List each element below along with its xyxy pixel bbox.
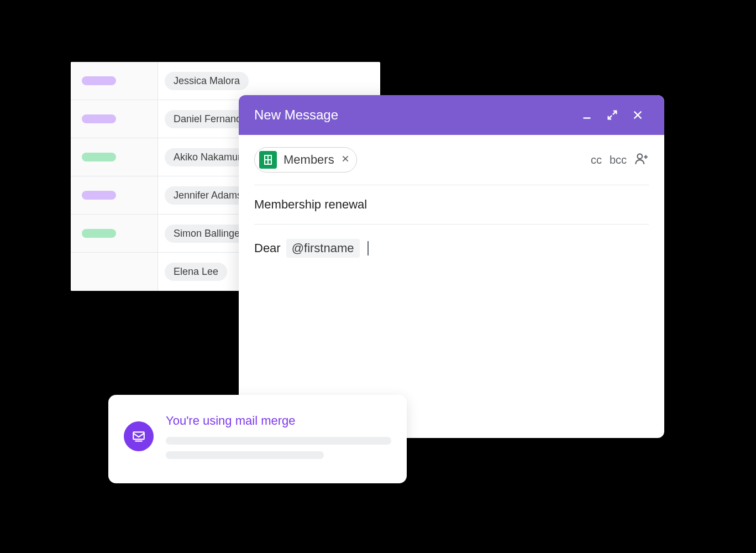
recipient-chip-label: Members bbox=[284, 153, 334, 167]
svg-rect-10 bbox=[133, 432, 144, 439]
sheets-icon bbox=[259, 151, 277, 169]
merge-tag[interactable]: @firstname bbox=[286, 239, 360, 258]
add-recipients-button[interactable] bbox=[634, 152, 649, 169]
recipients-row[interactable]: Members cc bcc bbox=[239, 135, 664, 173]
minimize-button[interactable] bbox=[576, 104, 598, 126]
contact-chip[interactable]: Elena Lee bbox=[165, 263, 227, 281]
table-row[interactable]: Jessica Malora bbox=[71, 62, 380, 100]
status-cell bbox=[71, 253, 158, 291]
compose-window: New Message Members cc bcc bbox=[239, 95, 664, 438]
remove-chip-button[interactable] bbox=[341, 154, 350, 165]
cc-button[interactable]: cc bbox=[591, 154, 602, 166]
status-pill bbox=[82, 229, 116, 238]
expand-button[interactable] bbox=[601, 104, 623, 126]
status-pill bbox=[82, 114, 116, 123]
close-icon bbox=[632, 109, 644, 121]
status-pill bbox=[82, 191, 116, 200]
recipient-chip[interactable]: Members bbox=[254, 147, 357, 173]
status-pill bbox=[82, 76, 116, 85]
text-cursor bbox=[368, 241, 369, 255]
subject-input[interactable]: Membership renewal bbox=[239, 185, 664, 212]
svg-point-7 bbox=[637, 154, 642, 159]
status-cell bbox=[71, 138, 158, 176]
body-greeting: Dear bbox=[254, 241, 281, 255]
compose-title: New Message bbox=[254, 107, 573, 123]
contact-chip[interactable]: Jennifer Adams bbox=[165, 186, 251, 205]
compose-header: New Message bbox=[239, 95, 664, 135]
status-cell bbox=[71, 100, 158, 138]
status-cell bbox=[71, 215, 158, 252]
info-card-title: You're using mail merge bbox=[166, 414, 391, 428]
status-cell bbox=[71, 176, 158, 214]
close-button[interactable] bbox=[627, 104, 649, 126]
status-pill bbox=[82, 153, 116, 161]
placeholder-line bbox=[166, 437, 391, 445]
x-icon bbox=[341, 154, 350, 163]
bcc-button[interactable]: bcc bbox=[610, 154, 627, 166]
placeholder-line bbox=[166, 451, 324, 459]
contact-chip[interactable]: Jessica Malora bbox=[165, 72, 249, 90]
mail-merge-info-card: You're using mail merge bbox=[108, 395, 407, 483]
expand-icon bbox=[606, 109, 618, 121]
name-cell: Jessica Malora bbox=[158, 62, 380, 100]
status-cell bbox=[71, 62, 158, 100]
mail-merge-icon bbox=[124, 421, 154, 451]
message-body[interactable]: Dear @firstname bbox=[239, 225, 664, 258]
minimize-icon bbox=[581, 109, 593, 121]
person-add-icon bbox=[634, 152, 649, 166]
